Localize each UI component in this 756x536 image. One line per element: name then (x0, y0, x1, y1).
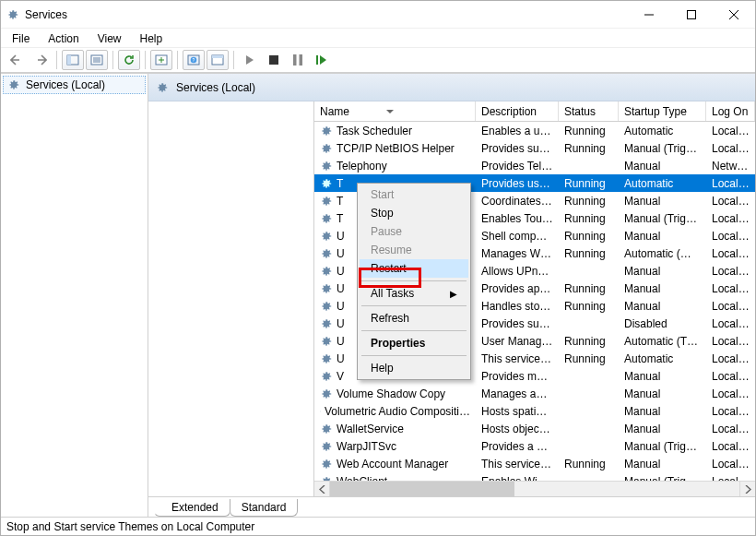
cell-description: Provides ap… (476, 282, 559, 295)
tab-standard[interactable]: Standard (230, 499, 299, 517)
cell-logon: Local Sy (706, 247, 755, 260)
grid-horizontal-scrollbar[interactable] (314, 481, 755, 496)
cell-startup: Disabled (619, 317, 706, 330)
gear-icon (320, 125, 333, 137)
gear-icon (156, 81, 169, 94)
console-props-button[interactable] (207, 50, 229, 70)
table-row[interactable]: TelephonyProvides Tel…ManualNetwork (314, 157, 755, 174)
left-tree[interactable]: Services (Local) (1, 74, 148, 517)
cell-status: Running (559, 177, 619, 190)
cell-logon: Local Sy (706, 335, 755, 348)
restart-service-button[interactable] (311, 50, 333, 70)
cell-description: This service … (476, 458, 559, 470)
ctx-pause[interactable]: Pause (360, 222, 468, 241)
cell-description: Shell comp… (476, 230, 559, 243)
table-row[interactable]: WalletServiceHosts objec…ManualLocal Sy (314, 420, 755, 437)
pane-heading: Services (Local) (176, 81, 255, 94)
cell-description: User Manag… (476, 335, 559, 348)
column-status[interactable]: Status (559, 101, 619, 121)
details-column (148, 101, 314, 496)
pause-service-button[interactable] (287, 50, 309, 70)
cell-name: Task Scheduler (314, 125, 476, 137)
cell-logon: Local Sy (706, 230, 755, 243)
refresh-button[interactable] (118, 50, 140, 70)
cell-status: Running (559, 247, 619, 260)
menu-help[interactable]: Help (133, 30, 171, 47)
table-row[interactable]: TCP/IP NetBIOS HelperProvides su…Running… (314, 139, 755, 157)
cell-startup: Manual (619, 387, 706, 400)
cell-startup: Manual (619, 423, 706, 435)
cell-startup: Manual (619, 370, 706, 383)
ctx-resume[interactable]: Resume (360, 241, 468, 259)
help-button[interactable]: ? (183, 50, 205, 70)
table-row[interactable]: Web Account ManagerThis service …Running… (314, 455, 755, 472)
scroll-right-button[interactable] (739, 482, 755, 496)
column-startup[interactable]: Startup Type (619, 101, 706, 121)
gear-icon (320, 423, 333, 435)
ctx-restart[interactable]: Restart (360, 259, 468, 278)
cell-status: Running (559, 458, 619, 470)
ctx-all-tasks[interactable]: All Tasks▶ (360, 284, 468, 303)
toolbar: ? (1, 47, 755, 73)
stop-service-button[interactable] (263, 50, 285, 70)
column-description[interactable]: Description (476, 101, 559, 121)
cell-logon: Local Sy (706, 317, 755, 330)
ctx-refresh[interactable]: Refresh (360, 309, 468, 328)
table-row[interactable]: Task SchedulerEnables a us…RunningAutoma… (314, 122, 755, 139)
maximize-button[interactable] (670, 1, 713, 29)
gear-icon (320, 230, 333, 243)
service-context-menu[interactable]: Start Stop Pause Resume Restart All Task… (357, 183, 471, 380)
view-tabs: Extended Standard (148, 496, 755, 517)
gear-icon (320, 195, 333, 208)
cell-description: Enables Tou… (476, 212, 559, 225)
properties-button[interactable] (86, 50, 108, 70)
nav-back-button[interactable] (6, 50, 28, 70)
cell-logon: Local Sy (706, 387, 755, 400)
cell-status: Running (559, 335, 619, 348)
cell-logon: Local Sy (706, 195, 755, 208)
gear-icon (320, 352, 333, 365)
ctx-start[interactable]: Start (360, 185, 468, 204)
table-row[interactable]: Volume Shadow CopyManages an…ManualLocal… (314, 385, 755, 402)
close-button[interactable] (713, 1, 755, 29)
cell-description: Enables a us… (476, 125, 559, 137)
table-row[interactable]: WebClientEnables Win…Manual (Trig…Local … (314, 472, 755, 481)
ctx-help[interactable]: Help (360, 359, 468, 377)
cell-startup: Manual (Trig… (619, 212, 706, 225)
tree-node-services-local[interactable]: Services (Local) (3, 76, 146, 94)
scroll-left-button[interactable] (314, 482, 330, 496)
show-hide-tree-button[interactable] (62, 50, 84, 70)
tab-extended[interactable]: Extended (154, 499, 230, 517)
nav-forward-button[interactable] (30, 50, 52, 70)
cell-startup: Manual (619, 458, 706, 470)
column-logon[interactable]: Log On (706, 101, 755, 121)
ctx-properties[interactable]: Properties (360, 334, 468, 352)
cell-name: WarpJITSvc (314, 440, 476, 453)
cell-status: Running (559, 352, 619, 365)
scroll-thumb[interactable] (330, 482, 514, 496)
svg-rect-14 (293, 54, 297, 66)
cell-description: Coordinates… (476, 195, 559, 208)
cell-logon: Local Sy (706, 212, 755, 225)
menu-action[interactable]: Action (41, 30, 86, 47)
svg-rect-16 (316, 55, 318, 65)
export-list-button[interactable] (150, 50, 172, 70)
status-text: Stop and Start service Themes on Local C… (6, 520, 254, 533)
column-name[interactable]: Name (314, 101, 476, 121)
grid-header[interactable]: Name Description Status Startup Type Log… (314, 101, 755, 122)
svg-rect-15 (300, 54, 303, 66)
scroll-track[interactable] (330, 482, 739, 496)
menu-file[interactable]: File (5, 30, 37, 47)
cell-logon: Local Sy (706, 177, 755, 190)
cell-description: Provides su… (476, 142, 559, 155)
menu-view[interactable]: View (90, 30, 129, 47)
cell-logon: Network (706, 160, 755, 173)
svg-rect-0 (688, 10, 696, 18)
table-row[interactable]: Volumetric Audio Compositi…Hosts spatia…… (314, 402, 755, 420)
start-service-button[interactable] (239, 50, 261, 70)
gear-icon (320, 177, 333, 190)
table-row[interactable]: WarpJITSvcProvides a JI…Manual (Trig…Loc… (314, 437, 755, 455)
cell-description: Provides m… (476, 370, 559, 383)
minimize-button[interactable] (628, 1, 670, 29)
ctx-stop[interactable]: Stop (360, 204, 468, 222)
